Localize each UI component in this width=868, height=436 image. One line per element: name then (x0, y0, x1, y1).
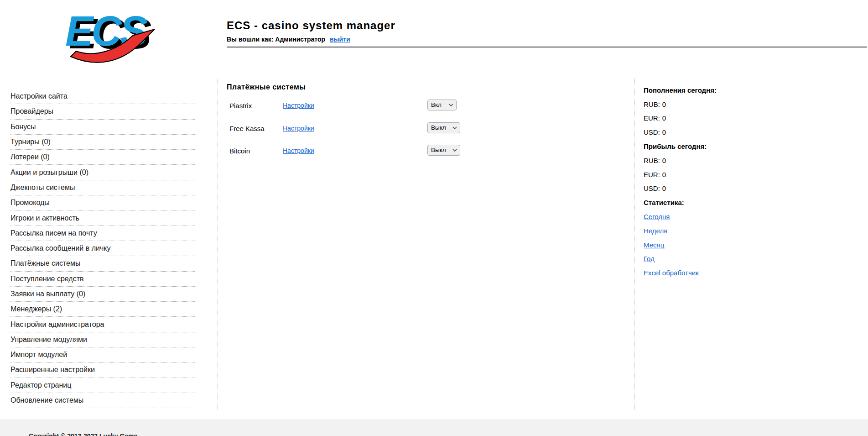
stats-link-row: Месяц (644, 238, 780, 252)
sidebar-menu-item[interactable]: Настройки администратора (10, 317, 195, 332)
payment-system-name: Piastrix (229, 102, 252, 110)
sidebar-menu-item-label: Поступление средств (10, 275, 84, 283)
currency-value: 0 (662, 171, 666, 179)
sidebar-menu-item[interactable]: Акции и розыгрыши (0) (10, 165, 195, 180)
main-statspanel-divider (634, 79, 634, 410)
sidebar-menu-item[interactable]: Провайдеры (10, 104, 195, 119)
sidebar-menu-item-label: Джекпоты системы (10, 184, 75, 192)
stats-currency-row: RUB: 0 (644, 97, 780, 111)
currency-label: RUB: (644, 157, 660, 164)
login-status-text: Вы вошли как: Администратор (227, 36, 325, 43)
sidebar-menu-item[interactable]: Настройки сайта (10, 89, 195, 104)
login-status: Вы вошли как: Администратор выйти (227, 36, 350, 43)
payment-state-select-wrap: ВклВыкл (427, 145, 460, 156)
payment-systems-heading: Платёжные системы (227, 83, 306, 91)
payment-state-select-wrap: ВклВыкл (427, 122, 460, 133)
sidebar-menu-item-label: Рассылка писем на почту (10, 229, 97, 237)
logout-link[interactable]: выйти (330, 36, 350, 43)
payment-settings-link[interactable]: Настройки (283, 125, 314, 132)
currency-value: 0 (662, 128, 666, 136)
sidebar-menu-item-label: Настройки сайта (10, 92, 68, 100)
header-divider (227, 47, 867, 47)
payment-settings-link[interactable]: Настройки (283, 102, 314, 109)
sidebar-menu-item[interactable]: Редактор страниц (10, 378, 195, 393)
stats-link[interactable]: Неделя (644, 227, 667, 235)
sidebar-menu-item[interactable]: Джекпоты системы (10, 180, 195, 195)
sidebar-menu-item[interactable]: Платёжные системы (10, 256, 195, 271)
sidebar-menu-item-label: Расширенные настройки (10, 366, 95, 374)
sidebar-menu-item[interactable]: Промокоды (10, 195, 195, 210)
sidebar-menu-item[interactable]: Лотереи (0) (10, 150, 195, 165)
sidebar-menu-item-label: Рассылка сообщений в личку (10, 244, 110, 252)
ecs-logo[interactable]: ECS ECS (61, 8, 158, 69)
payment-system-row: Bitcoin Настройки ВклВыкл (229, 146, 503, 157)
copyright-text: Copyright © 2013-2022 Lucky Game (29, 432, 137, 436)
payment-system-name: Bitcoin (229, 147, 250, 155)
sidebar-menu-item[interactable]: Заявки на выплату (0) (10, 287, 195, 302)
sidebar-menu-item[interactable]: Менеджеры (2) (10, 302, 195, 317)
sidebar-menu-item[interactable]: Обновление системы (10, 393, 195, 408)
stats-link[interactable]: Месяц (644, 241, 664, 249)
sidebar-menu-item-label: Менеджеры (2) (10, 305, 62, 313)
stats-link-row: Excel обработчик (644, 266, 780, 280)
sidebar-menu-item-label: Игроки и активность (10, 214, 79, 222)
stats-currency-row: EUR: 0 (644, 111, 780, 126)
sidebar-menu-item[interactable]: Расширенные настройки (10, 362, 195, 378)
payment-state-select-wrap: ВклВыкл (427, 100, 457, 110)
sidebar-menu-item-label: Платёжные системы (10, 259, 80, 268)
stats-link-row: Сегодня (644, 210, 780, 224)
stats-link-row: Год (644, 252, 780, 266)
sidebar-menu-item[interactable]: Турниры (0) (10, 135, 195, 150)
sidebar-menu-item-label: Обновление системы (10, 396, 83, 404)
sidebar-menu: Настройки сайта Провайдеры Бонусы Турнир… (10, 89, 195, 408)
payment-system-row: Free Kassa Настройки ВклВыкл (229, 124, 503, 135)
stats-section-heading: Пополнения сегодня: (644, 83, 780, 97)
page-footer: Copyright © 2013-2022 Lucky Game (0, 419, 868, 436)
sidebar-menu-item-label: Провайдеры (10, 107, 53, 116)
sidebar-menu-item[interactable]: Рассылка писем на почту (10, 226, 195, 241)
sidebar-menu-item-label: Настройки администратора (10, 320, 104, 329)
sidebar-menu-item-label: Турниры (0) (10, 138, 51, 146)
stats-currency-row: USD: 0 (644, 182, 780, 196)
sidebar-menu-item-label: Редактор страниц (10, 381, 71, 389)
payment-system-name: Free Kassa (229, 125, 265, 132)
currency-label: EUR: (644, 171, 660, 179)
stats-link-row: Неделя (644, 224, 780, 238)
sidebar-menu-item[interactable]: Импорт модулей (10, 347, 195, 362)
sidebar-menu-item[interactable]: Управление модулями (10, 332, 195, 347)
payment-settings-link[interactable]: Настройки (283, 147, 314, 154)
stats-currency-row: USD: 0 (644, 125, 780, 139)
sidebar-menu-item-label: Лотереи (0) (10, 153, 50, 161)
sidebar-menu-item-label: Акции и розыгрыши (0) (10, 168, 88, 177)
currency-value: 0 (662, 157, 666, 164)
currency-label: USD: (644, 184, 660, 192)
sidebar-menu-item-label: Импорт модулей (10, 351, 67, 359)
sidebar-menu-item-label: Бонусы (10, 123, 36, 131)
stats-section-heading: Прибыль сегодня: (644, 139, 780, 153)
stats-currency-row: EUR: 0 (644, 168, 780, 182)
currency-label: RUB: (644, 100, 660, 108)
sidebar-main-divider (218, 79, 218, 410)
sidebar-menu-item[interactable]: Рассылка сообщений в личку (10, 241, 195, 256)
payment-state-select[interactable]: ВклВыкл (427, 100, 457, 110)
stats-link[interactable]: Год (644, 255, 655, 263)
currency-value: 0 (662, 100, 666, 108)
sidebar-menu-item-label: Заявки на выплату (0) (10, 290, 85, 298)
sidebar-menu-item-label: Управление модулями (10, 336, 87, 344)
payment-state-select[interactable]: ВклВыкл (427, 122, 460, 133)
currency-value: 0 (662, 114, 666, 122)
sidebar-menu-item[interactable]: Бонусы (10, 120, 195, 135)
stats-currency-row: RUB: 0 (644, 153, 780, 168)
sidebar-menu-item[interactable]: Игроки и активность (10, 210, 195, 226)
stats-panel: Пополнения сегодня: RUB: 0 EUR: 0 USD: 0… (644, 83, 780, 280)
stats-link[interactable]: Excel обработчик (644, 269, 699, 277)
sidebar-menu-item-label: Промокоды (10, 199, 50, 207)
currency-value: 0 (662, 184, 666, 192)
currency-label: USD: (644, 128, 660, 136)
payment-state-select[interactable]: ВклВыкл (427, 145, 460, 156)
sidebar-menu-item[interactable]: Поступление средств (10, 272, 195, 287)
ecs-logo-image: ECS ECS (61, 8, 158, 69)
page-title: ECS - casino system manager (227, 19, 395, 32)
stats-link[interactable]: Сегодня (644, 213, 670, 221)
currency-label: EUR: (644, 114, 660, 122)
